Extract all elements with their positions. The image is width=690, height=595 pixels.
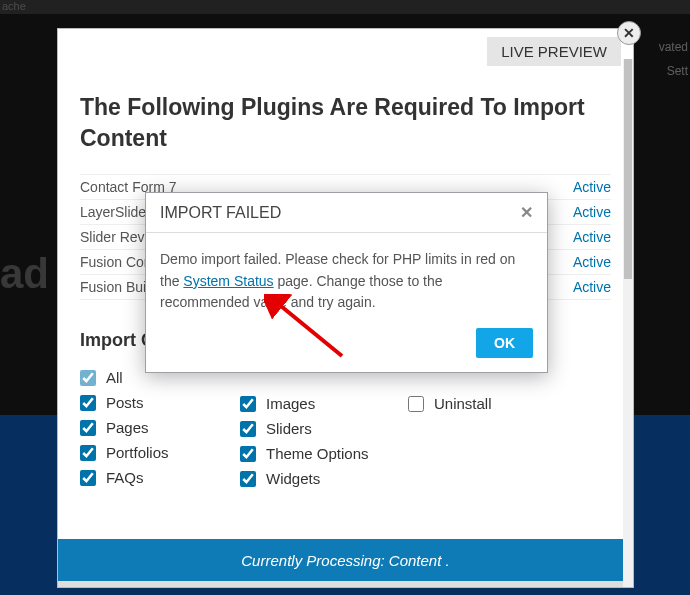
checkbox-grid: AllPostsPagesPortfoliosFAQs ImagesSlider… bbox=[80, 365, 611, 491]
processing-footer: Currently Processing: Content . bbox=[58, 539, 633, 581]
checkbox-col-1: AllPostsPagesPortfoliosFAQs bbox=[80, 365, 240, 491]
dialog-footer: OK bbox=[146, 314, 547, 372]
checkbox-label: Sliders bbox=[266, 420, 312, 437]
modal-header: LIVE PREVIEW bbox=[58, 29, 633, 66]
checkbox-input[interactable] bbox=[80, 445, 96, 461]
dialog-close-icon[interactable]: ✕ bbox=[520, 203, 533, 222]
dialog-body: Demo import failed. Please check for PHP… bbox=[146, 233, 547, 314]
checkbox-label: Uninstall bbox=[434, 395, 492, 412]
plugin-status-link[interactable]: Active bbox=[573, 229, 611, 245]
modal-title: The Following Plugins Are Required To Im… bbox=[80, 92, 611, 154]
checkbox-label: Posts bbox=[106, 394, 144, 411]
checkbox-input[interactable] bbox=[80, 420, 96, 436]
plugin-status-link[interactable]: Active bbox=[573, 254, 611, 270]
checkbox-input[interactable] bbox=[240, 446, 256, 462]
plugin-status-link[interactable]: Active bbox=[573, 204, 611, 220]
ok-button[interactable]: OK bbox=[476, 328, 533, 358]
checkbox-row[interactable]: FAQs bbox=[80, 465, 240, 490]
checkbox-label: Portfolios bbox=[106, 444, 169, 461]
live-preview-button[interactable]: LIVE PREVIEW bbox=[487, 37, 621, 66]
checkbox-row[interactable]: Uninstall bbox=[408, 391, 611, 416]
checkbox-input[interactable] bbox=[80, 395, 96, 411]
checkbox-input[interactable] bbox=[240, 396, 256, 412]
checkbox-label: FAQs bbox=[106, 469, 144, 486]
dialog-title: IMPORT FAILED bbox=[160, 204, 281, 222]
checkbox-row[interactable]: Sliders bbox=[240, 416, 408, 441]
checkbox-col-3: Uninstall bbox=[408, 365, 611, 491]
checkbox-row[interactable]: Portfolios bbox=[80, 440, 240, 465]
scroll-thumb[interactable] bbox=[624, 59, 632, 279]
plugin-status-link[interactable]: Active bbox=[573, 179, 611, 195]
checkbox-row[interactable]: Theme Options bbox=[240, 441, 408, 466]
checkbox-row[interactable]: Widgets bbox=[240, 466, 408, 491]
system-status-link[interactable]: System Status bbox=[183, 273, 273, 289]
checkbox-label: Theme Options bbox=[266, 445, 369, 462]
checkbox-input[interactable] bbox=[240, 471, 256, 487]
close-icon[interactable]: ✕ bbox=[617, 21, 641, 45]
checkbox-label: All bbox=[106, 369, 123, 386]
checkbox-input[interactable] bbox=[80, 470, 96, 486]
checkbox-label: Pages bbox=[106, 419, 149, 436]
processing-text: Currently Processing: Content . bbox=[241, 552, 449, 569]
checkbox-row[interactable]: Images bbox=[240, 391, 408, 416]
checkbox-col-2: ImagesSlidersTheme OptionsWidgets bbox=[240, 365, 408, 491]
scrollbar[interactable] bbox=[623, 59, 633, 587]
checkbox-label: Images bbox=[266, 395, 315, 412]
footer-spacer bbox=[58, 581, 633, 587]
checkbox-label: Widgets bbox=[266, 470, 320, 487]
checkbox-row[interactable]: Posts bbox=[80, 390, 240, 415]
plugin-status-link[interactable]: Active bbox=[573, 279, 611, 295]
dialog-header: IMPORT FAILED ✕ bbox=[146, 193, 547, 233]
checkbox-row[interactable]: Pages bbox=[80, 415, 240, 440]
checkbox-input[interactable] bbox=[240, 421, 256, 437]
checkbox-input[interactable] bbox=[408, 396, 424, 412]
checkbox-input[interactable] bbox=[80, 370, 96, 386]
import-failed-dialog: IMPORT FAILED ✕ Demo import failed. Plea… bbox=[145, 192, 548, 373]
